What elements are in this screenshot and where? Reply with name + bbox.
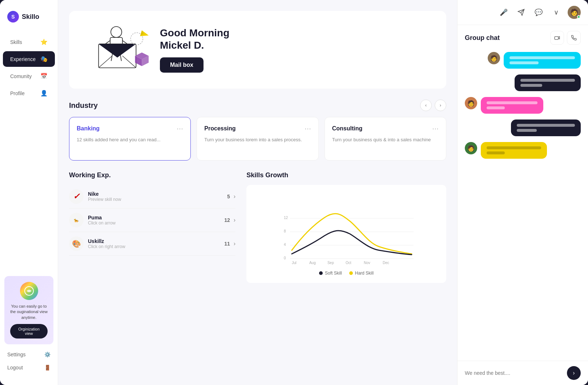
logout-icon: 🚪 [44,365,51,370]
puma-arrow[interactable]: › [234,217,235,223]
promo-text: You can easily go to the ouginational vi… [10,304,48,320]
svg-point-1 [111,27,122,37]
nike-logo: ✓ [69,189,84,204]
welcome-illustration [80,22,153,78]
svg-text:0: 0 [284,256,286,260]
uskillz-count: 11 [224,241,230,247]
greeting-text: Good Morning Mickel D. [160,27,229,51]
video-call-button[interactable] [550,31,564,45]
uskillz-arrow[interactable]: › [234,240,235,247]
bottom-sections: Working Exp. ✓ Nike Preview skill now 5 … [69,171,446,283]
chat-actions [550,31,581,45]
message-avatar-5: 🧑 [465,142,477,154]
message-avatar-1: 🧑 [488,52,500,64]
chevron-down-icon[interactable]: ∨ [550,7,562,18]
processing-name: Processing [204,125,235,132]
skills-growth-title: Skills Growth [246,171,446,179]
processing-desc: Turn your business lorem into a sales pr… [204,136,311,143]
work-item-puma: 🐆 Puma Click on arrow 12 › [69,208,235,232]
settings-icon: ⚙️ [44,352,51,357]
svg-text:8: 8 [284,229,286,233]
logout-label: Logout [7,365,23,370]
uskillz-name: Uskillz [88,238,224,244]
skills-growth-section: Skills Growth 0 4 8 12 [246,171,446,283]
chat-messages: 🧑 🧑 [458,48,588,361]
work-item-nike: ✓ Nike Preview skill now 5 › [69,185,235,208]
puma-count: 12 [224,217,230,223]
sidebar: S Skillo Skills ⭐ Experience 🎭 Comunity … [0,0,58,385]
industry-card-processing[interactable]: Processing ⋯ Turn your business lorem in… [197,117,318,161]
sidebar-bottom: You can easily go to the ouginational vi… [0,269,58,378]
svg-text:12: 12 [284,216,288,220]
skills-chart: 0 4 8 12 Jul [254,192,439,265]
community-label: Comunity [10,73,32,79]
message-1: 🧑 [465,52,581,69]
uskillz-sub: Click on right arrow [88,244,224,249]
send-button[interactable]: › [567,366,581,380]
message-4 [465,119,581,136]
sidebar-item-settings[interactable]: Settings ⚙️ [0,348,58,361]
send-icon[interactable] [515,7,527,18]
phone-call-button[interactable] [567,31,581,45]
mic-icon[interactable]: 🎤 [498,7,510,18]
industry-card-banking[interactable]: Banking ⋯ 12 skills added here and you c… [69,117,191,161]
svg-rect-31 [555,37,558,40]
next-arrow[interactable]: › [435,100,446,111]
chat-bubble-icon[interactable]: 💬 [533,7,544,18]
svg-text:Jul: Jul [292,261,297,265]
banking-more-icon[interactable]: ⋯ [177,125,183,133]
chart-legend: Soft Skill Hard Skill [254,271,439,276]
svg-line-9 [98,56,112,68]
svg-line-10 [122,56,136,68]
settings-label: Settings [7,352,26,357]
chat-title-area: Group chat [458,25,588,48]
message-bubble-2 [515,74,581,91]
sidebar-item-experience[interactable]: Experience 🎭 [3,51,55,67]
svg-text:Oct: Oct [346,261,351,265]
skills-label: Skills [10,39,22,45]
main-content: Good Morning Mickel D. Mail box Industry… [58,0,457,385]
svg-marker-8 [98,44,136,58]
skills-icon: ⭐ [40,38,48,45]
hard-skill-label: Hard Skill [355,271,374,276]
nike-arrow[interactable]: › [234,193,235,200]
hard-skill-dot [349,271,353,275]
sidebar-item-logout[interactable]: Logout 🚪 [0,361,58,374]
puma-name: Puma [88,215,224,220]
soft-skill-label: Soft Skill [325,271,342,276]
nike-sub: Preview skill now [88,197,227,202]
svg-text:Dec: Dec [383,261,389,265]
org-view-button[interactable]: Orginization view [10,324,48,339]
message-bubble-5 [481,142,547,159]
prev-arrow[interactable]: ‹ [420,100,432,111]
community-icon: 📅 [40,73,48,80]
sidebar-item-skills[interactable]: Skills ⭐ [3,34,55,50]
online-indicator [577,15,580,19]
nike-count: 5 [227,194,230,199]
soft-skill-legend: Soft Skill [319,271,342,276]
profile-icon: 👤 [40,90,48,97]
app-name: Skillo [22,13,39,21]
chat-input[interactable] [465,370,563,376]
industry-card-consulting[interactable]: Consulting ⋯ Turn your business quis & i… [325,117,446,161]
profile-label: Profile [10,90,25,96]
chat-panel: 🎤 💬 ∨ 🧑 Group chat [457,0,588,385]
processing-more-icon[interactable]: ⋯ [305,125,311,133]
banking-name: Banking [77,125,100,132]
consulting-more-icon[interactable]: ⋯ [432,125,439,133]
consulting-desc: Turn your business quis & into a sales m… [332,136,439,143]
message-bubble-1 [504,52,581,69]
industry-nav-arrows: ‹ › [420,100,446,111]
mailbox-button[interactable]: Mail box [160,57,204,73]
puma-logo: 🐆 [69,213,84,227]
sidebar-item-community[interactable]: Comunity 📅 [3,68,55,84]
soft-skill-dot [319,271,323,275]
banking-desc: 12 skills added here and you can read... [77,136,183,143]
sidebar-item-profile[interactable]: Profile 👤 [3,85,55,101]
working-exp-section: Working Exp. ✓ Nike Preview skill now 5 … [69,171,235,283]
welcome-text: Good Morning Mickel D. Mail box [160,27,229,72]
svg-text:Sep: Sep [327,261,334,265]
industry-section-header: Industry ‹ › [69,100,446,111]
chat-header-bar: 🎤 💬 ∨ 🧑 [458,0,588,25]
work-item-uskillz: 🎨 Uskillz Click on right arrow 11 › [69,232,235,256]
